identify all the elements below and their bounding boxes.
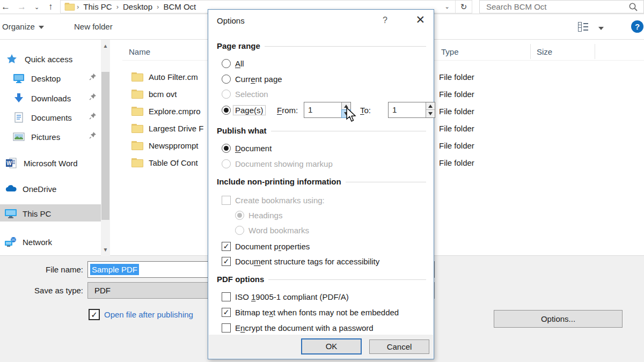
folder-icon: [65, 3, 75, 10]
breadcrumb-bcm-oct[interactable]: BCM Oct: [160, 2, 199, 11]
save-as-type-label: Save as type:: [0, 286, 83, 295]
up-arrow-icon[interactable]: ↑: [48, 1, 53, 13]
picture-icon: [13, 131, 25, 142]
desktop-icon: [13, 73, 25, 84]
folder-icon: [131, 141, 143, 150]
radio-icon: [222, 144, 231, 153]
sidebar-item-this-pc[interactable]: This PC: [4, 206, 51, 220]
word-icon: W: [5, 158, 17, 168]
sidebar-item-label: Downloads: [31, 94, 71, 103]
breadcrumb-desktop[interactable]: Desktop: [120, 2, 156, 11]
radio-icon: [222, 75, 231, 84]
organize-button[interactable]: Organize: [2, 22, 44, 31]
sidebar-item-label: OneDrive: [23, 184, 56, 194]
scroll-down-icon[interactable]: ▼: [101, 247, 110, 253]
page-range-pages-row: Page(s) From: 1 To: 1: [208, 102, 435, 118]
checkbox-icon: ✓: [222, 308, 231, 317]
from-spinner[interactable]: 1: [304, 102, 351, 118]
scroll-up-icon[interactable]: ▲: [101, 43, 110, 49]
save-as-type-value: PDF: [94, 286, 111, 295]
checkbox-document-properties[interactable]: ✓ Document properties: [208, 240, 435, 252]
recent-locations-chevron-icon[interactable]: ⌄: [34, 1, 39, 13]
close-icon[interactable]: ✕: [415, 14, 425, 25]
sidebar-item-microsoft-word[interactable]: W Microsoft Word: [5, 156, 78, 170]
mouse-cursor: [346, 107, 357, 123]
checkbox-document-structure-tags[interactable]: ✓ Document structure tags for accessibil…: [208, 255, 435, 267]
to-spinner[interactable]: 1: [388, 102, 435, 118]
help-icon[interactable]: ?: [631, 20, 643, 33]
view-dropdown-chevron-icon[interactable]: [598, 23, 604, 32]
details-view-icon[interactable]: [578, 21, 589, 32]
dialog-footer: OK Cancel: [209, 335, 433, 358]
checkbox-icon: ✓: [222, 242, 231, 251]
file-type: File folder: [439, 72, 474, 82]
breadcrumb-this-pc[interactable]: This PC: [80, 2, 115, 11]
address-dropdown-chevron-icon[interactable]: ⌄: [439, 3, 455, 10]
radio-icon: [235, 211, 244, 220]
dialog-help-icon[interactable]: ?: [383, 16, 387, 25]
sidebar-item-desktop[interactable]: Desktop: [13, 71, 61, 85]
radio-icon: [222, 90, 231, 99]
file-name-label: File name:: [0, 265, 83, 274]
column-header-name[interactable]: Name: [129, 47, 150, 56]
file-type: File folder: [439, 107, 474, 116]
sidebar-item-network[interactable]: Network: [4, 235, 52, 249]
refresh-icon[interactable]: ↻: [456, 2, 472, 12]
column-header-size[interactable]: Size: [537, 47, 552, 56]
sidebar-item-label: Quick access: [25, 55, 72, 64]
computer-icon: [4, 208, 16, 219]
folder-icon: [131, 124, 143, 133]
radio-headings: Headings: [208, 209, 435, 221]
back-arrow-icon[interactable]: ←: [1, 1, 10, 13]
sidebar-item-onedrive[interactable]: OneDrive: [4, 182, 56, 196]
from-label: From:: [277, 106, 298, 115]
cancel-button[interactable]: Cancel: [369, 339, 429, 354]
radio-document[interactable]: Document: [208, 142, 435, 154]
sidebar-item-label: Desktop: [31, 74, 61, 83]
sidebar-scrollbar[interactable]: ▲ ▼: [101, 40, 110, 256]
sidebar-item-downloads[interactable]: Downloads: [13, 91, 71, 105]
breadcrumb-chevron-icon: ›: [76, 3, 80, 11]
column-divider[interactable]: [530, 44, 531, 59]
checkbox-bitmap-text[interactable]: ✓ Bitmap text when fonts may not be embe…: [208, 306, 435, 318]
open-after-publishing-checkbox[interactable]: ✓: [89, 309, 100, 320]
scrollbar-thumb[interactable]: [101, 72, 109, 220]
checkbox-icon: [222, 196, 231, 205]
options-button[interactable]: Options...: [494, 310, 623, 328]
pages-label[interactable]: Page(s): [233, 105, 266, 115]
checkbox-iso-compliant[interactable]: ISO 19005-1 compliant (PDF/A): [208, 291, 435, 302]
chevron-down-icon: [39, 26, 44, 29]
checkbox-encrypt-password[interactable]: Encrypt the document with a password: [208, 322, 435, 334]
spinner-up-icon[interactable]: [426, 102, 435, 110]
checkbox-icon: [222, 292, 231, 301]
group-nonprinting: Include non-printing information: [217, 177, 426, 186]
spinner-down-icon[interactable]: [426, 110, 435, 117]
file-type: File folder: [439, 90, 474, 99]
radio-word-bookmarks: Word bookmarks: [208, 224, 435, 236]
file-name: Table Of Cont: [149, 158, 198, 167]
search-input[interactable]: [480, 2, 628, 11]
radio-icon: [235, 226, 244, 235]
sidebar-item-documents[interactable]: Documents: [13, 110, 72, 124]
file-name: Newspprompt: [149, 141, 199, 150]
radio-selection: Selection: [208, 88, 435, 100]
file-type: File folder: [439, 141, 474, 150]
pin-icon: [89, 73, 97, 80]
radio-all[interactable]: All: [208, 57, 435, 69]
document-icon: [13, 112, 25, 123]
column-header-type[interactable]: Type: [441, 47, 459, 56]
sidebar-item-quick-access[interactable]: Quick access: [6, 52, 72, 66]
file-type: File folder: [439, 124, 474, 133]
pin-icon: [89, 112, 97, 120]
sidebar-item-pictures[interactable]: Pictures: [13, 130, 60, 144]
search-box[interactable]: [479, 0, 644, 13]
radio-current-page[interactable]: Current page: [208, 73, 435, 85]
group-page-range: Page range: [217, 41, 426, 50]
forward-arrow-icon[interactable]: →: [17, 1, 26, 13]
column-divider[interactable]: [595, 44, 595, 59]
svg-text:W: W: [6, 160, 12, 166]
new-folder-button[interactable]: New folder: [74, 22, 113, 31]
radio-document-showing-markup: Document showing markup: [208, 158, 435, 169]
ok-button[interactable]: OK: [301, 338, 362, 354]
radio-pages[interactable]: [222, 106, 231, 115]
